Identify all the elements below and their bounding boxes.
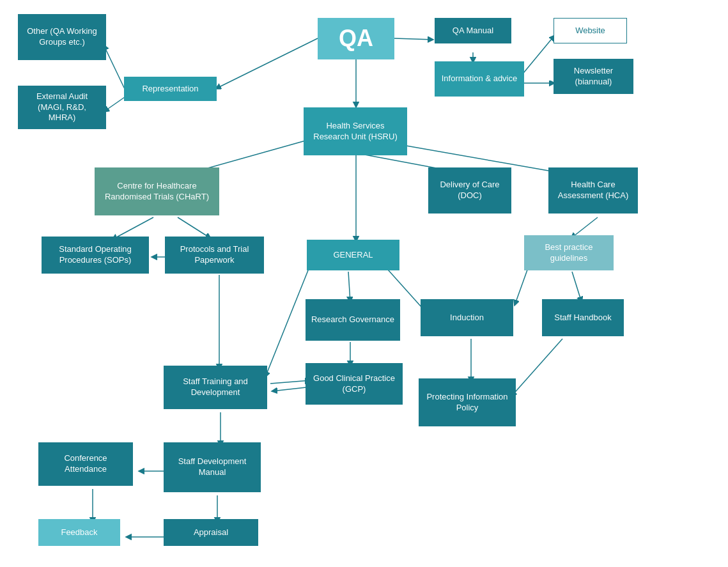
node-qa-manual: QA Manual <box>435 18 511 43</box>
node-representation: Representation <box>124 77 217 101</box>
svg-line-7 <box>215 38 318 89</box>
node-best-practice: Best practice guidelines <box>524 235 614 270</box>
node-staff-dev-manual: Staff Development Manual <box>164 442 261 492</box>
svg-line-9 <box>104 97 125 112</box>
svg-line-17 <box>348 272 350 302</box>
node-protecting-info: Protecting Information Policy <box>419 378 516 426</box>
svg-line-2 <box>394 38 433 40</box>
diagram-container: QA QA Manual Information & advice Websit… <box>0 0 728 567</box>
svg-line-14 <box>178 217 211 238</box>
svg-line-8 <box>104 45 125 89</box>
node-hsru: Health Services Research Unit (HSRU) <box>304 107 407 155</box>
node-appraisal: Appraisal <box>164 519 258 546</box>
node-chart: Centre for Healthcare Randomised Trials … <box>95 167 219 215</box>
node-external-audit: External Audit (MAGI, R&D, MHRA) <box>18 86 106 129</box>
node-staff-handbook: Staff Handbook <box>542 299 624 336</box>
node-other-qa: Other (QA Working Groups etc.) <box>18 14 106 60</box>
node-induction: Induction <box>421 299 513 336</box>
node-research-gov: Research Governance <box>306 299 400 341</box>
node-website: Website <box>554 18 627 43</box>
node-info-advice: Information & advice <box>435 61 524 97</box>
node-delivery-care: Delivery of Care (DOC) <box>428 167 511 214</box>
node-newsletter: Newsletter (biannual) <box>554 59 633 94</box>
node-protocols: Protocols and Trial Paperwork <box>165 237 264 274</box>
svg-line-20 <box>572 272 582 302</box>
node-staff-training: Staff Training and Development <box>164 366 267 409</box>
node-gcp: Good Clinical Practice (GCP) <box>306 363 403 405</box>
node-conference: Conference Attendance <box>38 442 133 486</box>
node-qa: QA <box>318 18 394 59</box>
svg-line-26 <box>511 339 562 396</box>
node-sops: Standard Operating Procedures (SOPs) <box>42 237 149 274</box>
node-general: GENERAL <box>307 240 399 270</box>
node-hca: Health Care Assessment (HCA) <box>548 167 638 214</box>
svg-line-24 <box>270 380 311 384</box>
node-feedback: Feedback <box>38 519 120 546</box>
